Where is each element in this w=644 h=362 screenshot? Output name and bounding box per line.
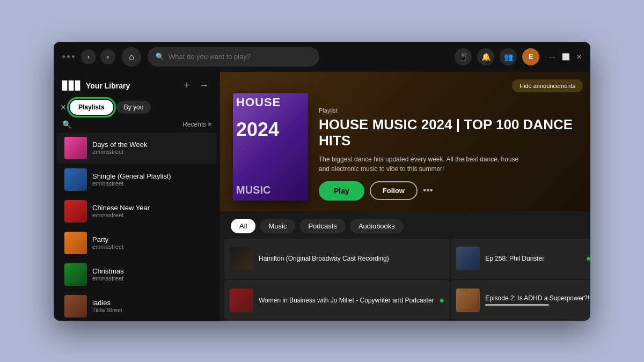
sidebar: ▊▊▊ Your Library + → ✕ Playlists By you … — [54, 72, 220, 321]
hero-section: Hide announcements HOUSE 2024 MUSIC Play… — [220, 72, 590, 211]
device-icon-button[interactable]: 📱 — [455, 48, 472, 65]
forward-button[interactable]: › — [100, 49, 115, 64]
more-options-button[interactable]: ••• — [423, 185, 433, 196]
playlist-thumbnail — [64, 232, 87, 254]
playlist-name: Days of the Week — [92, 141, 147, 149]
bell-button[interactable]: 🔔 — [477, 48, 494, 65]
people-button[interactable]: 👥 — [500, 48, 517, 65]
minimize-button[interactable]: — — [549, 53, 555, 61]
hero-type-label: Playlist — [319, 107, 577, 114]
home-button[interactable]: ⌂ — [122, 47, 141, 67]
new-indicator-dot: ● — [440, 295, 445, 305]
add-library-button[interactable]: + — [179, 78, 194, 93]
playlist-subtitle: Tilda Street — [92, 307, 122, 313]
search-library-icon[interactable]: 🔍 — [62, 120, 71, 129]
playlist-subtitle: emmastreet — [92, 180, 171, 187]
back-button[interactable]: ‹ — [81, 49, 96, 64]
play-button[interactable]: Play — [319, 181, 364, 201]
avatar[interactable]: E — [522, 48, 539, 65]
app-window: ‹ › ⌂ 🔍 📱 🔔 👥 E — ⬜ ✕ — [54, 42, 590, 321]
main-content: ▊▊▊ Your Library + → ✕ Playlists By you … — [54, 72, 590, 321]
expand-library-button[interactable]: → — [196, 78, 211, 93]
content-title: Episode 2: Is ADHD a Superpower?!! — [485, 294, 590, 302]
playlist-thumbnail — [64, 168, 87, 191]
playlist-subtitle: emmastreet — [92, 212, 150, 218]
list-item[interactable]: ladies Tilda Street — [57, 291, 217, 321]
content-title: Hamilton (Original Broadway Cast Recordi… — [259, 255, 444, 262]
content-title: Ep 258: Phil Dunster — [485, 255, 581, 262]
hero-actions: Play Follow ••• — [319, 181, 577, 201]
progress-bar — [485, 304, 548, 306]
list-item[interactable]: Party emmastreet — [57, 227, 217, 258]
tab-audiobooks[interactable]: Audiobooks — [350, 219, 404, 233]
sort-label[interactable]: Recents ≡ — [182, 121, 211, 128]
playlist-name: Party — [92, 235, 123, 243]
library-title: Your Library — [86, 82, 175, 90]
playlist-info: Party emmastreet — [92, 235, 123, 250]
hero-title: HOUSE MUSIC 2024 | TOP 100 DANCE HITS — [319, 117, 577, 149]
search-icon: 🔍 — [156, 53, 164, 61]
library-header: ▊▊▊ Your Library + → — [54, 72, 220, 98]
playlists-highlight-box: Playlists — [70, 100, 113, 115]
content-thumbnail — [230, 247, 253, 270]
by-you-filter-button[interactable]: By you — [116, 101, 151, 114]
window-controls: — ⬜ ✕ — [549, 53, 582, 61]
hide-announcements-button[interactable]: Hide announcements — [512, 79, 583, 92]
tab-podcasts[interactable]: Podcasts — [299, 219, 345, 233]
album-text-house: HOUSE — [236, 97, 305, 108]
playlist-subtitle: emmastreet — [92, 243, 123, 250]
content-item[interactable]: Women in Business with Jo Millet - Copyw… — [224, 280, 450, 321]
search-bar: 🔍 — [148, 47, 319, 67]
playlist-name: Christmas — [92, 267, 124, 275]
playlist-name: Shingle (General Playlist) — [92, 172, 171, 180]
playlists-filter-button[interactable]: Playlists — [70, 100, 113, 115]
playlist-info: Christmas emmastreet — [92, 267, 124, 282]
hero-description: The biggest dance hits updated every wee… — [319, 154, 523, 174]
dots-decoration — [62, 55, 75, 58]
library-actions: + → — [179, 78, 211, 93]
list-item[interactable]: Christmas emmastreet — [57, 259, 217, 290]
playlist-list: Days of the Week emmastreet Shingle (Gen… — [54, 132, 220, 321]
top-bar: ‹ › ⌂ 🔍 📱 🔔 👥 E — ⬜ ✕ — [54, 42, 590, 72]
playlist-subtitle: emmastreet — [92, 275, 124, 282]
content-title: Women in Business with Jo Millet - Copyw… — [259, 297, 434, 304]
content-item[interactable]: Ep 258: Phil Dunster ● — [451, 239, 590, 279]
follow-button[interactable]: Follow — [370, 181, 418, 200]
list-item[interactable]: Shingle (General Playlist) emmastreet — [57, 164, 217, 195]
content-thumbnail — [456, 289, 480, 312]
playlist-info: Shingle (General Playlist) emmastreet — [92, 172, 171, 187]
home-icon: ⌂ — [129, 52, 134, 62]
search-sort-row: 🔍 Recents ≡ — [54, 117, 220, 132]
content-info: Episode 2: Is ADHD a Superpower?!! — [485, 294, 590, 306]
filter-row: ✕ Playlists By you — [54, 98, 220, 117]
playlist-thumbnail — [64, 263, 87, 286]
people-icon: 👥 — [504, 53, 513, 61]
content-thumbnail — [456, 247, 480, 270]
playlist-info: Days of the Week emmastreet — [92, 141, 147, 155]
playlist-name: Chinese New Year — [92, 204, 150, 212]
filter-tabs: All Music Podcasts Audiobooks — [220, 211, 590, 239]
content-list: Hamilton (Original Broadway Cast Recordi… — [220, 239, 590, 321]
library-icon: ▊▊▊ — [62, 80, 82, 91]
playlist-thumbnail — [64, 295, 87, 317]
close-button[interactable]: ✕ — [576, 53, 582, 61]
playlist-info: Chinese New Year emmastreet — [92, 204, 150, 218]
tab-music[interactable]: Music — [260, 219, 295, 233]
content-item[interactable]: Episode 2: Is ADHD a Superpower?!! — [451, 280, 590, 321]
top-right-controls: 📱 🔔 👥 E — ⬜ ✕ — [455, 48, 582, 65]
content-thumbnail — [230, 289, 253, 312]
list-item[interactable]: Days of the Week emmastreet — [57, 132, 217, 164]
playlist-thumbnail — [64, 200, 87, 223]
close-filter-button[interactable]: ✕ — [60, 103, 67, 112]
bell-icon: 🔔 — [481, 53, 491, 61]
playlist-subtitle: emmastreet — [92, 149, 147, 155]
tab-all[interactable]: All — [231, 219, 255, 233]
search-input[interactable] — [169, 53, 311, 61]
content-item[interactable]: Hamilton (Original Broadway Cast Recordi… — [224, 239, 450, 279]
content-area: Hide announcements HOUSE 2024 MUSIC Play… — [220, 72, 590, 321]
list-item[interactable]: Chinese New Year emmastreet — [57, 196, 217, 227]
content-info: Hamilton (Original Broadway Cast Recordi… — [259, 255, 444, 262]
album-text-year: 2024 — [236, 120, 279, 139]
device-icon: 📱 — [459, 53, 468, 61]
maximize-button[interactable]: ⬜ — [562, 53, 570, 61]
